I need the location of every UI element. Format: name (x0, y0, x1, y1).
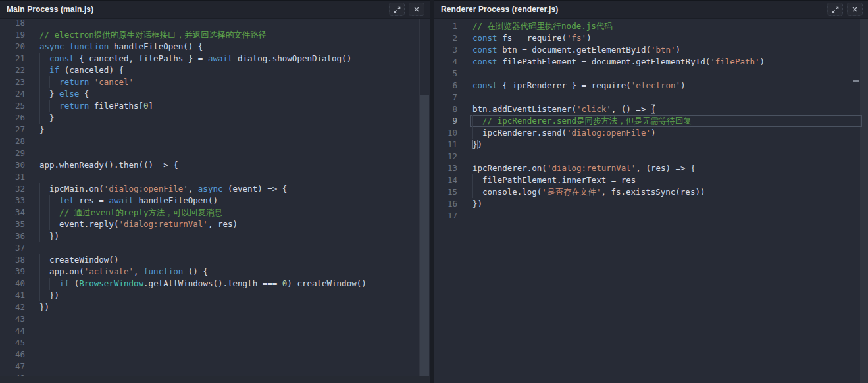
code-line[interactable]: 5 (434, 68, 868, 80)
code-token: ipcRenderer.send( (472, 128, 567, 138)
code-token: handleFileOpen() (134, 195, 218, 205)
line-number: 23 (0, 76, 25, 88)
code-line[interactable]: 19// electron提供的原生对话框接口，并返回选择的文件路径 (0, 29, 430, 41)
code-editor-renderer[interactable]: 1// 在浏览器代码里执行node.js代码2const fs = requir… (434, 18, 868, 383)
code-line[interactable]: 11}) (434, 139, 868, 151)
code-line[interactable]: 21 const { canceled, filePaths } = await… (0, 53, 430, 64)
line-number: 4 (434, 56, 457, 68)
code-line[interactable]: 17 (434, 210, 868, 222)
code-line[interactable]: 44 (0, 325, 430, 337)
code-line[interactable]: 10 ipcRenderer.send('dialog:openFile') (434, 127, 868, 139)
code-token (472, 116, 482, 126)
code-text: const { ipcRenderer } = require('electro… (457, 80, 868, 91)
code-line[interactable]: 29 (0, 147, 430, 159)
code-token: 'click' (576, 104, 611, 114)
code-token: fs = (498, 33, 527, 43)
close-icon[interactable] (847, 3, 863, 16)
code-token: () { (183, 267, 208, 276)
code-line[interactable]: 47 (0, 361, 430, 372)
code-line[interactable]: 39 app.on('activate', function () { (0, 266, 430, 278)
code-token (39, 53, 49, 63)
line-number: 6 (434, 80, 457, 91)
header-buttons (827, 3, 863, 16)
code-text: } (25, 112, 430, 124)
line-number: 42 (0, 301, 25, 313)
code-line[interactable]: 37 (0, 242, 430, 254)
code-line[interactable]: 34 // 通过event的reply方法，可以回复消息 (0, 207, 430, 218)
code-token: } (39, 113, 55, 122)
code-token: await (208, 53, 233, 63)
code-line[interactable]: 4const filePathElement = document.getEle… (434, 56, 868, 68)
close-icon[interactable] (409, 3, 424, 16)
code-token: // 通过event的reply方法，可以回复消息 (59, 207, 222, 217)
code-line[interactable]: 36 }) (0, 230, 430, 242)
code-token: , (134, 267, 143, 276)
code-line[interactable]: 24 } else { (0, 88, 430, 100)
code-line[interactable]: 3const btn = document.getElementById('bt… (434, 44, 868, 56)
code-line[interactable]: 6const { ipcRenderer } = require('electr… (434, 80, 868, 91)
code-line[interactable]: 15 console.log('是否存在文件', fs.existsSync(r… (434, 186, 868, 198)
code-text (25, 325, 430, 337)
code-line[interactable]: 41 }) (0, 290, 430, 301)
line-number: 44 (0, 325, 25, 337)
code-line[interactable]: 16}) (434, 198, 868, 210)
code-token: ) createWindow() (287, 278, 366, 288)
indent-guide (39, 100, 40, 112)
code-line[interactable]: 32 ipcMain.on('dialog:openFile', async (… (0, 183, 430, 195)
code-text: }) (457, 139, 868, 151)
expand-icon[interactable] (827, 3, 843, 16)
code-line[interactable]: 28 (0, 136, 430, 147)
code-token: } (472, 140, 478, 149)
panel-header: Main Process (main.js) (0, 0, 430, 18)
panel-title: Renderer Process (renderer.js) (441, 5, 558, 14)
line-number: 2 (434, 32, 457, 44)
code-line[interactable]: 43 (0, 313, 430, 325)
code-line[interactable]: 8btn.addEventListener('click', () => { (434, 103, 868, 115)
code-line[interactable]: 13ipcRenderer.on('dialog:returnVal', (re… (434, 163, 868, 174)
vertical-scrollbar-thumb[interactable] (420, 95, 429, 376)
code-line[interactable]: 14 filePathElement.innerText = res (434, 174, 868, 186)
code-line[interactable]: 30app.whenReady().then(() => { (0, 159, 430, 171)
line-number: 21 (0, 53, 25, 64)
horizontal-scrollbar[interactable] (0, 376, 430, 383)
code-line[interactable]: 9 // ipcRenderer.send是同步方法，但是无需等待回复 (434, 115, 868, 127)
code-line[interactable]: 31 (0, 171, 430, 183)
code-line[interactable]: 35 event.reply('dialog:returnVal', res) (0, 218, 430, 230)
code-line[interactable]: 12 (434, 151, 868, 163)
indent-guide (39, 266, 40, 278)
code-token: if (59, 278, 69, 288)
code-text: filePathElement.innerText = res (457, 174, 868, 186)
code-line[interactable]: 23 return 'cancel' (0, 76, 430, 88)
code-line[interactable]: 40 if (BrowserWindow.getAllWindows().len… (0, 278, 430, 290)
code-token: , fs.existsSync(res)) (601, 187, 705, 197)
line-number: 45 (0, 337, 25, 349)
code-token: async (198, 184, 223, 193)
code-line[interactable]: 20async function handleFileOpen() { (0, 41, 430, 53)
code-line[interactable]: 25 return filePaths[0] (0, 100, 430, 112)
code-line[interactable]: 26 } (0, 112, 430, 124)
code-line[interactable]: 33 let res = await handleFileOpen() (0, 195, 430, 207)
code-token: btn.addEventListener( (472, 104, 576, 114)
line-number: 24 (0, 88, 25, 100)
code-line[interactable]: 22 if (canceled) { (0, 64, 430, 76)
code-line[interactable]: 1// 在浏览器代码里执行node.js代码 (434, 20, 868, 32)
code-text: // 通过event的reply方法，可以回复消息 (25, 207, 430, 218)
code-token: app.on( (39, 267, 84, 276)
panel-divider[interactable] (430, 0, 434, 383)
code-line[interactable]: 46 (0, 349, 430, 361)
code-text: // ipcRenderer.send是同步方法，但是无需等待回复 (457, 115, 868, 127)
panel-header: Renderer Process (renderer.js) (434, 0, 868, 18)
code-line[interactable]: 45 (0, 337, 430, 349)
expand-icon[interactable] (389, 3, 405, 16)
line-number: 3 (434, 44, 457, 56)
line-number: 35 (0, 218, 25, 230)
code-editor-main[interactable]: 1819// electron提供的原生对话框接口，并返回选择的文件路径20as… (0, 18, 430, 383)
code-line[interactable]: 27} (0, 124, 430, 136)
code-token: const (472, 33, 498, 43)
code-line[interactable]: 38 createWindow() (0, 254, 430, 266)
code-line[interactable]: 7 (434, 91, 868, 103)
line-number: 37 (0, 242, 25, 254)
code-text (25, 349, 430, 361)
code-line[interactable]: 2const fs = require('fs') (434, 32, 868, 44)
code-line[interactable]: 42}) (0, 301, 430, 313)
